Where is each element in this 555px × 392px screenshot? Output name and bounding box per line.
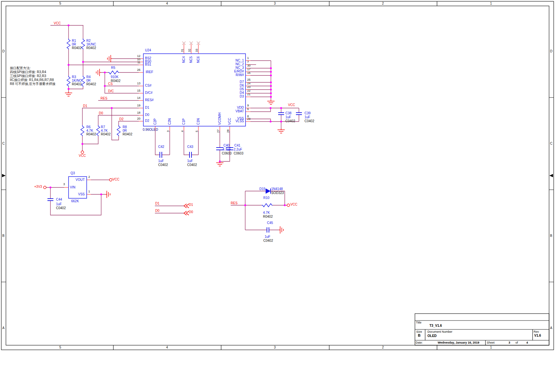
fp-R1: R0402 — [72, 46, 81, 50]
gnd-iref — [96, 69, 101, 76]
resistor-R10 — [262, 204, 273, 207]
pin-num-11: 11 — [137, 61, 140, 64]
ref-R6: R6 — [86, 126, 91, 129]
zone-label-D: D — [550, 50, 552, 53]
zone-label-A: A — [2, 326, 5, 330]
zone-label-3: 3 — [274, 346, 276, 349]
pin-name-CS: CS# — [145, 84, 151, 87]
fp-R7: R0402 — [101, 133, 110, 136]
fp-C40: C0603 — [222, 152, 231, 155]
pin-num-25: 25 — [247, 78, 250, 81]
pin-num-12: 12 — [137, 55, 140, 58]
pin-name-RW: R/W# — [236, 73, 244, 77]
val-R8: 0R — [123, 129, 127, 132]
resistor-R1 — [67, 39, 70, 49]
zone-label-5: 5 — [59, 2, 61, 5]
pin-stubs — [64, 44, 250, 194]
note-line-1: 接口配置方法: — [10, 67, 31, 70]
resistor-R4 — [81, 76, 85, 87]
ref-R8: R8 — [123, 126, 127, 129]
net-vcc-r6r7: VCC — [79, 154, 86, 157]
diode-D15[interactable] — [266, 188, 271, 194]
val-R7: 4.7K — [101, 129, 108, 132]
pin-num-7: 7 — [247, 61, 249, 64]
ic-U24-body — [143, 54, 246, 126]
zone-label-C: C — [2, 142, 5, 145]
pin-num-9: 9 — [247, 104, 249, 107]
net-cs: CS — [108, 82, 113, 86]
zone-label-B: B — [2, 234, 5, 238]
pin-name-C1N: C1N — [197, 118, 200, 125]
resistor-R3 — [67, 76, 70, 87]
net-vcc-c38: VCC — [288, 103, 295, 107]
ref-R2: R2 — [86, 39, 91, 42]
pin-name-C1P: C1P — [182, 119, 186, 125]
zone-label-C: C — [550, 142, 552, 145]
pin-num-5: 5 — [195, 130, 198, 132]
pin-num-q2: 2 — [88, 176, 90, 179]
resistor-R5 — [108, 71, 119, 74]
val-D15: 1N4148 — [271, 187, 283, 191]
val-R10: 4.7K — [263, 211, 270, 214]
pin-num-26: 26 — [137, 69, 140, 71]
pin-num-16: 16 — [247, 71, 250, 74]
pin-name-RES: RES# — [145, 98, 154, 102]
ref-C39: C39 — [305, 112, 310, 115]
ref-C44: C44 — [56, 198, 62, 201]
fp-D15: SOD323 — [271, 191, 284, 195]
pin-num-30: 30 — [247, 64, 250, 67]
ref-C42: C42 — [158, 145, 164, 149]
val-C38: 1uF — [285, 116, 291, 119]
val-R4: 0R — [86, 79, 91, 82]
wires[interactable] — [46, 25, 299, 230]
val-C39: 1uF — [305, 116, 310, 119]
resistor-R2 — [81, 39, 85, 49]
pin-num-28: 28 — [227, 129, 230, 133]
net-vcc-top: VCC — [54, 22, 61, 25]
pin-name-D6: D6 — [240, 84, 244, 87]
net-vcc-q3: VCC — [112, 178, 119, 181]
titleblock-size-label: Size — [416, 330, 422, 333]
fp-R2: R0402 — [86, 46, 96, 50]
titleblock-size: B — [418, 334, 421, 337]
net-3v3: +3V3 — [34, 185, 42, 188]
zone-label-2: 2 — [382, 2, 384, 5]
resistor-R7 — [97, 125, 100, 136]
zone-label-4: 4 — [166, 346, 168, 349]
pin-num-17: 17 — [247, 68, 250, 71]
pin-num-31: 31 — [181, 49, 184, 52]
ground-symbols — [65, 55, 285, 234]
schematic-page: VCCR10RR0402R21K/NCR0402R31K/NCR0402R40R… — [0, 0, 555, 392]
sheet-frame — [1, 1, 554, 350]
pin-num-14: 14 — [137, 97, 140, 99]
title-block — [415, 314, 549, 345]
pin-name-VDD: VDD — [237, 106, 244, 109]
titleblock-rev-label: Rev — [534, 330, 539, 333]
val-R1: 0R — [72, 43, 76, 46]
offpage-connectors[interactable] — [184, 204, 189, 215]
val-R2: 1K/NC — [86, 43, 96, 46]
capacitor-C38 — [278, 113, 284, 115]
ref-R1: R1 — [72, 39, 76, 42]
offpage-d1-label: D1 — [189, 203, 193, 207]
schematic-canvas[interactable] — [0, 0, 555, 392]
ref-C45: C45 — [267, 221, 273, 225]
zone-label-2: 2 — [382, 346, 384, 349]
val-R3: 1K/NC — [72, 79, 81, 82]
pin-num-22: 22 — [247, 89, 250, 92]
fp-R10: R0402 — [263, 215, 273, 218]
note-line-2: 四线SPI接口焊接: R3,R4 — [10, 70, 46, 74]
pin-name-VIN: VIN — [70, 186, 75, 189]
net-d1-2: D1 — [155, 202, 160, 205]
gnd-data-bus — [267, 100, 275, 104]
pin-name-NC5: NC5 — [190, 56, 193, 63]
capacitor-C44 — [47, 199, 53, 201]
fp-C44: C0402 — [56, 207, 66, 210]
titleblock-title: T3_V1.6 — [429, 324, 442, 327]
capacitor-C43 — [190, 152, 191, 158]
gnd-q3-vss — [105, 191, 110, 198]
net-d2-1: D2 — [119, 118, 124, 121]
net-d0-1: D0 — [99, 112, 103, 115]
offpage-d1-icon — [184, 204, 189, 208]
pin-name-D3: D3 — [240, 95, 244, 98]
